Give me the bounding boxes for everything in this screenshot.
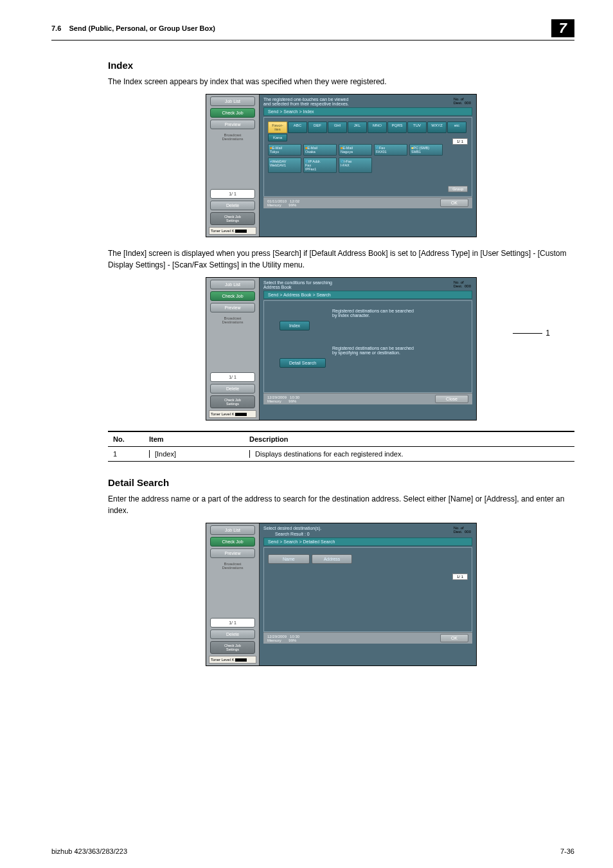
th-item: Item (144, 431, 244, 447)
index-button[interactable]: Index (280, 321, 310, 330)
close-button[interactable]: Close (435, 395, 468, 403)
tab-jkl[interactable]: JKL (348, 122, 367, 133)
preview-button[interactable]: Preview (210, 548, 255, 558)
footer-model: bizhub 423/363/283/223 (51, 847, 127, 855)
delete-button[interactable]: Delete (210, 384, 255, 393)
breadcrumb: Send > Address Book > Search (263, 291, 472, 299)
toner-level: Toner Level K (209, 656, 256, 664)
screenshot-search: Job List Check Job Preview Broadcast Des… (206, 277, 477, 420)
tab-abc[interactable]: ABC (288, 122, 307, 133)
callout-1: 1 (546, 329, 550, 338)
rule (51, 40, 574, 41)
search-text-1: Registered destinations can be searched … (332, 309, 468, 318)
tab-favorites[interactable]: Favor- ites (268, 122, 287, 133)
tab-pqrs[interactable]: PQRS (387, 122, 407, 133)
para-3: Enter the address name or a part of the … (108, 493, 574, 516)
dest-card[interactable]: ■E-MailNagoya (339, 144, 372, 156)
breadcrumb: Send > Search > Detailed Search (263, 538, 472, 546)
name-button[interactable]: Name (268, 554, 310, 564)
check-job-button[interactable]: Check Job (210, 537, 255, 547)
broadcast-label: Broadcast Destinations (206, 133, 259, 141)
th-desc: Description (244, 431, 574, 447)
heading-detail-search: Detail Search (108, 477, 574, 488)
index-tabs: Favor- ites ABC DEF GHI JKL MNO PQRS TUV… (268, 122, 468, 141)
tab-kana[interactable]: Kana (268, 134, 287, 141)
tab-etc[interactable]: etc (447, 122, 466, 133)
check-settings-button[interactable]: Check Job Settings (210, 641, 255, 654)
screen-message: Select desired destination(s). (263, 526, 472, 530)
dest-card[interactable]: ●WebDAVWebDAV1 (268, 158, 301, 173)
screen-message: Select the conditions for searching Addr… (263, 280, 472, 289)
screenshot-detail-search: Job List Check Job Preview Broadcast Des… (206, 523, 477, 666)
description-table: No. Item Description 1 [Index] Displays … (108, 431, 574, 462)
para-1: The Index screen appears by index that w… (108, 76, 574, 87)
group-button[interactable]: Group (448, 186, 468, 192)
tab-def[interactable]: DEF (308, 122, 327, 133)
check-settings-button[interactable]: Check Job Settings (210, 212, 255, 225)
side-page: 1/ 1 (210, 372, 255, 382)
job-list-button[interactable]: Job List (210, 280, 255, 289)
delete-button[interactable]: Delete (210, 629, 255, 639)
tab-tuv[interactable]: TUV (407, 122, 427, 133)
side-page: 1/ 1 (210, 189, 255, 199)
ok-button[interactable]: OK (440, 634, 468, 642)
ok-button[interactable]: OK (440, 199, 468, 207)
toner-level: Toner Level K (209, 227, 256, 235)
para-2: The [Index] screen is displayed when you… (108, 248, 574, 271)
page-indicator: 1/ 1 (452, 574, 468, 580)
check-settings-button[interactable]: Check Job Settings (210, 395, 255, 408)
broadcast-label: Broadcast Destinations (206, 562, 259, 570)
search-result: Search Result : 0 (275, 532, 472, 536)
tab-mno[interactable]: MNO (368, 122, 387, 133)
screenshot-index: Job List Check Job Preview Broadcast Des… (206, 94, 477, 237)
footer-page: 7-36 (560, 847, 574, 855)
broadcast-label: Broadcast Destinations (206, 316, 259, 324)
preview-button[interactable]: Preview (210, 120, 255, 129)
job-list-button[interactable]: Job List (210, 96, 255, 106)
detail-search-button[interactable]: Detail Search (280, 358, 326, 368)
screen-message: The registered one-touches can be viewed… (263, 97, 472, 106)
tab-ghi[interactable]: GHI (328, 122, 347, 133)
page-indicator: 1/ 1 (452, 138, 468, 145)
toner-level: Toner Level K (209, 410, 256, 418)
dest-card[interactable]: ✆I-FaxI-FAX (339, 158, 372, 173)
th-no: No. (108, 431, 144, 447)
delete-button[interactable]: Delete (210, 201, 255, 210)
callout-line (513, 333, 542, 334)
check-job-button[interactable]: Check Job (210, 291, 255, 301)
preview-button[interactable]: Preview (210, 303, 255, 312)
dest-count: No. of Dest. 000 (454, 280, 471, 288)
dest-count: No. of Dest. 000 (454, 97, 471, 105)
tab-wxyz[interactable]: WXYZ (427, 122, 447, 133)
dest-card[interactable]: ✆IP Addr. FaxIPFax1 (303, 158, 337, 173)
dest-card[interactable]: ■PC (SMB)SMB1 (409, 144, 443, 156)
side-page: 1/ 1 (210, 618, 255, 628)
dest-card[interactable]: ■E-MailTokyo (268, 144, 301, 156)
breadcrumb: Send > Search > Index (263, 107, 472, 116)
search-text-2: Registered destinations can be searched … (332, 346, 468, 355)
chapter-badge: 7 (551, 19, 574, 37)
dest-card[interactable]: ✆FaxFAX01 (374, 144, 407, 156)
address-button[interactable]: Address (312, 554, 353, 564)
check-job-button[interactable]: Check Job (210, 108, 255, 118)
table-row: 1 [Index] Displays destinations for each… (108, 447, 574, 462)
header-left: 7.6 Send (Public, Personal, or Group Use… (51, 24, 215, 32)
dest-count: No. of Dest. 000 (454, 526, 471, 534)
dest-card[interactable]: ■E-MailOsaka (303, 144, 337, 156)
heading-index: Index (108, 60, 574, 71)
job-list-button[interactable]: Job List (210, 525, 255, 535)
